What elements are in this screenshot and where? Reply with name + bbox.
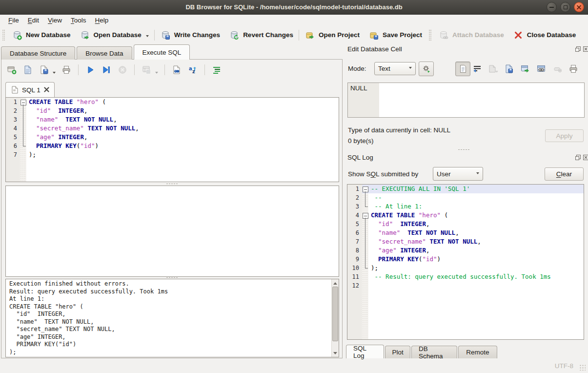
cell-value-editor[interactable]: NULL xyxy=(347,83,585,118)
print-icon[interactable] xyxy=(61,64,72,75)
scrollbar-thumb[interactable] xyxy=(332,287,338,341)
code-line[interactable]: 9 PRIMARY KEY("id") xyxy=(347,255,584,264)
menu-edit[interactable]: Edit xyxy=(23,16,43,25)
text-mode-button[interactable] xyxy=(455,62,470,76)
close-panel-icon[interactable] xyxy=(583,46,588,52)
tab-sql-log[interactable]: SQL Log xyxy=(346,345,384,358)
sql-document-tab[interactable]: SQL 1 xyxy=(5,82,55,97)
close-tab-icon[interactable] xyxy=(44,86,49,94)
stop-icon xyxy=(117,64,128,75)
code-line[interactable]: 5 "age" INTEGER, xyxy=(6,133,339,142)
code-line[interactable]: 1-- EXECUTING ALL IN 'SQL 1' xyxy=(347,185,584,193)
format-sql-icon[interactable] xyxy=(211,64,222,75)
code-line[interactable]: 8 "age" INTEGER, xyxy=(347,246,584,255)
fold-marker-icon[interactable] xyxy=(20,98,26,106)
close-panel-icon[interactable] xyxy=(583,154,588,160)
save-sql-dropdown-icon[interactable] xyxy=(53,72,56,75)
code-line[interactable]: 4 "secret_name" TEXT NOT NULL, xyxy=(6,124,339,133)
maximize-icon[interactable] xyxy=(560,2,570,12)
float-panel-icon[interactable] xyxy=(575,46,581,52)
tab-execute-sql[interactable]: Execute SQL xyxy=(134,44,190,60)
find-icon[interactable] xyxy=(171,64,182,75)
write-changes-button[interactable]: Write Changes xyxy=(156,28,224,42)
line-number: 1 xyxy=(347,185,362,193)
new-tab-icon[interactable] xyxy=(6,64,17,75)
auto-complete-icon[interactable]: az xyxy=(187,64,198,75)
code-line[interactable]: 12 xyxy=(347,281,584,290)
splitter-handle[interactable] xyxy=(344,148,584,151)
code-line[interactable]: 6 PRIMARY KEY("id") xyxy=(6,142,339,150)
print-cell-button[interactable] xyxy=(568,63,579,75)
code-line[interactable]: 2 -- xyxy=(347,193,584,202)
fold-marker-icon[interactable] xyxy=(362,211,368,220)
sql-log-view[interactable]: 1-- EXECUTING ALL IN 'SQL 1'2 --3 -- At … xyxy=(347,184,584,340)
tab-remote[interactable]: Remote xyxy=(458,346,497,358)
code-line[interactable]: 2 "id" INTEGER, xyxy=(6,106,339,115)
code-line[interactable]: 4CREATE TABLE "hero" ( xyxy=(347,211,584,220)
auto-switch-mode-button[interactable] xyxy=(419,62,434,76)
open-database-dropdown-icon[interactable] xyxy=(146,35,149,39)
tab-browse-data[interactable]: Browse Data xyxy=(77,46,132,60)
word-wrap-button[interactable] xyxy=(471,63,483,75)
tab-plot[interactable]: Plot xyxy=(385,346,410,358)
code-line[interactable]: 6 "name" TEXT NOT NULL, xyxy=(347,228,584,237)
close-icon[interactable] xyxy=(574,2,584,12)
save-sql-file-icon[interactable] xyxy=(39,64,49,75)
open-url-button[interactable] xyxy=(535,63,547,75)
cell-type-text: Type of data currently in cell: NULL xyxy=(348,126,450,134)
open-file-button xyxy=(487,63,499,75)
attach-database-icon xyxy=(438,30,449,41)
close-database-button[interactable]: Close Database xyxy=(508,28,581,42)
menu-tools[interactable]: Tools xyxy=(66,16,91,25)
clear-log-button[interactable]: Clear xyxy=(545,167,584,181)
main-toolbar: New Database Open Database Write Changes… xyxy=(0,26,588,44)
code-line[interactable]: 7); xyxy=(6,150,339,159)
window-title: DB Browser for SQLite - /home/user/code/… xyxy=(185,3,402,11)
code-line[interactable]: 10); xyxy=(347,264,584,272)
toolbar-drag-handle[interactable] xyxy=(2,30,5,41)
line-number: 7 xyxy=(6,150,20,159)
fold-marker-icon[interactable] xyxy=(362,185,368,193)
open-project-icon xyxy=(304,30,315,41)
menu-help[interactable]: Help xyxy=(91,16,113,25)
open-project-button[interactable]: Open Project xyxy=(300,28,364,42)
splitter-handle[interactable] xyxy=(5,182,339,185)
toolbar-separator xyxy=(134,64,135,75)
code-line[interactable]: 5 "id" INTEGER, xyxy=(347,220,584,228)
revert-changes-button[interactable]: Revert Changes xyxy=(224,28,298,42)
float-panel-icon[interactable] xyxy=(575,154,581,160)
code-line[interactable]: 11 -- Result: query executed successfull… xyxy=(347,272,584,281)
sql-log-title: SQL Log xyxy=(347,154,373,161)
code-line[interactable]: 1CREATE TABLE "hero" ( xyxy=(6,98,339,106)
word-wrap-icon xyxy=(472,64,482,74)
save-project-button[interactable]: Save Project xyxy=(364,28,426,42)
menu-view[interactable]: View xyxy=(43,16,66,25)
resize-grip-icon[interactable] xyxy=(579,364,586,371)
execute-all-icon[interactable] xyxy=(85,64,96,75)
toolbar-separator xyxy=(204,64,205,75)
scrollbar[interactable] xyxy=(331,279,339,357)
line-number: 9 xyxy=(347,255,362,264)
minimize-icon[interactable] xyxy=(547,2,557,12)
export-button[interactable] xyxy=(519,63,531,75)
code-line[interactable]: 3 -- At line 1: xyxy=(347,202,584,211)
toolbar-drag-handle[interactable] xyxy=(429,30,431,41)
menu-file[interactable]: File xyxy=(4,16,23,25)
sql-editor[interactable]: 1CREATE TABLE "hero" (2 "id" INTEGER,3 "… xyxy=(5,97,339,182)
execution-message-pane[interactable]: Execution finished without errors. Resul… xyxy=(5,279,339,357)
code-line[interactable]: 7 "secret_name" TEXT NOT NULL, xyxy=(347,237,584,246)
scroll-down-icon[interactable] xyxy=(332,350,339,356)
log-filter-select[interactable]: User xyxy=(433,167,483,181)
results-grid-pane[interactable] xyxy=(5,186,339,277)
scroll-up-icon[interactable] xyxy=(332,280,339,287)
open-database-button[interactable]: Open Database xyxy=(75,28,153,42)
title-bar[interactable]: DB Browser for SQLite - /home/user/code/… xyxy=(0,0,588,15)
tab-database-structure[interactable]: Database Structure xyxy=(1,46,75,60)
code-line[interactable]: 3 "name" TEXT NOT NULL, xyxy=(6,115,339,124)
execute-current-line-icon[interactable] xyxy=(101,64,112,75)
tab-db-schema[interactable]: DB Schema xyxy=(411,346,457,358)
open-sql-file-icon[interactable] xyxy=(22,64,33,75)
save-file-button[interactable] xyxy=(503,63,515,75)
mode-select[interactable]: Text xyxy=(374,62,416,75)
new-database-button[interactable]: New Database xyxy=(7,28,75,42)
